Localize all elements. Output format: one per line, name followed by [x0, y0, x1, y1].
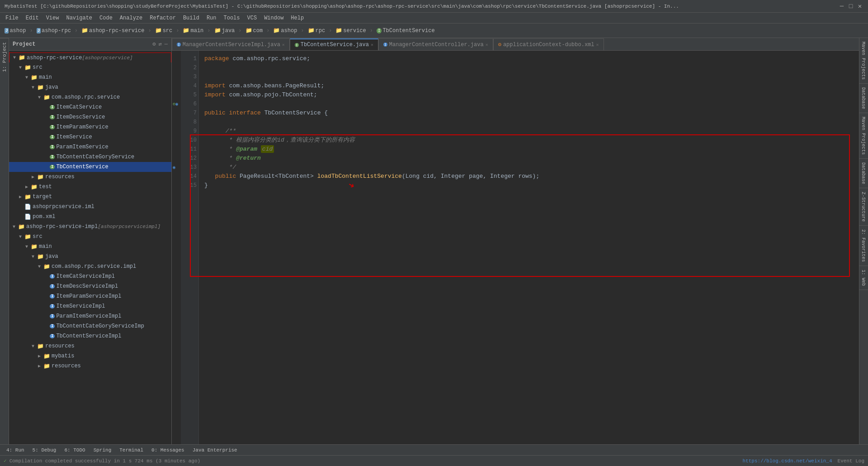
breadcrumb-ashoprpc[interactable]: J ashop-rpc — [35, 27, 73, 35]
breadcrumb-src[interactable]: 📁 src — [153, 26, 175, 35]
editor-area: I ManagerContentServiceImpl.java ✕I TbCo… — [172, 38, 859, 444]
gutter-4 — [173, 81, 180, 90]
tree-item-ashoprpcserviceimpl[interactable]: ▼📁ashop-rpc-service-impl [ashoprpcservic… — [9, 222, 171, 232]
breadcrumb-ashop[interactable]: 📁 ashop — [271, 26, 299, 35]
right-tab-1web[interactable]: 1: Web — [859, 266, 868, 290]
menu-run[interactable]: Run — [203, 14, 220, 22]
menu-navigate[interactable]: Navigate — [62, 14, 96, 22]
bottom-tab-run[interactable]: 4: Run — [3, 446, 28, 455]
tree-item-TbContentService[interactable]: ITbContentService — [9, 162, 171, 172]
right-tab-zstructure[interactable]: Z-Structure — [859, 188, 868, 226]
tab-TbContentServicejava[interactable]: I TbContentService.java ✕ — [290, 38, 378, 50]
tree-item-ItemCatServiceImpl[interactable]: IItemCatServiceImpl — [9, 271, 171, 281]
tree-item-main[interactable]: ▼📁main — [9, 72, 171, 82]
sidebar-tab-project[interactable]: 1: Project — [0, 38, 9, 76]
line-number-5: 5 — [183, 90, 197, 100]
tab-ManagerContentServiceImpljava[interactable]: I ManagerContentServiceImpl.java ✕ — [172, 38, 290, 50]
breadcrumb-sep-3: › — [176, 28, 179, 34]
bottom-tab-messages[interactable]: 0: Messages — [148, 446, 188, 455]
database-tab[interactable]: Database — [859, 84, 868, 113]
menu-file[interactable]: File — [2, 14, 22, 22]
tree-item-ItemServiceImpl[interactable]: IItemServiceImpl — [9, 301, 171, 311]
tree-item-ItemParamService[interactable]: IItemParamService — [9, 122, 171, 132]
tree-item-ashoprpcserviceiml[interactable]: 📄ashoprpcservice.iml — [9, 202, 171, 212]
tree-item-pomxml[interactable]: 📄pom.xml — [9, 212, 171, 222]
menu-analyze[interactable]: Analyze — [116, 14, 146, 22]
menu-help[interactable]: Help — [287, 14, 307, 22]
tree-item-resources[interactable]: ▼📁resources — [9, 341, 171, 351]
minimize-button[interactable]: ─ — [838, 3, 845, 10]
panel-expand-icon[interactable]: ⇄ — [159, 41, 162, 48]
tab-close-icon[interactable]: ✕ — [486, 42, 488, 48]
tree-item-ItemDescServiceImpl[interactable]: IItemDescServiceImpl — [9, 281, 171, 291]
panel-close-icon[interactable]: ─ — [165, 41, 168, 48]
bottom-tab-todo[interactable]: 6: TODO — [61, 446, 89, 455]
bottom-tab-java enterprise[interactable]: Java Enterprise — [189, 446, 241, 455]
menu-window[interactable]: Window — [260, 14, 287, 22]
right-tab-database[interactable]: Database — [859, 159, 868, 188]
menu-refactor[interactable]: Refactor — [146, 14, 179, 22]
panel-settings-icon[interactable]: ⚙ — [152, 41, 156, 48]
right-tab-2favorites[interactable]: 2: Favorites — [859, 226, 868, 266]
tree-item-TbContentCateGoryServiceImp[interactable]: ITbContentCateGoryServiceImp — [9, 321, 171, 331]
menu-tools[interactable]: Tools — [220, 14, 244, 22]
breadcrumb-tbcontentservice[interactable]: I TbContentService — [375, 27, 437, 35]
tree-item-resources[interactable]: ▶📁resources — [9, 361, 171, 371]
gutter-14 — [173, 172, 180, 181]
tree-item-ParamItemService[interactable]: IParamItemService — [9, 142, 171, 152]
tree-item-test[interactable]: ▶📁test — [9, 182, 171, 192]
tab-close-icon[interactable]: ✕ — [371, 42, 373, 48]
code-editor[interactable]: ⊕◉◉ 123456789101112131415 package com.as… — [172, 51, 859, 444]
tab-close-icon[interactable]: ✕ — [282, 42, 285, 48]
tree-item-ItemDescService[interactable]: IItemDescService — [9, 112, 171, 122]
tab-close-icon[interactable]: ✕ — [596, 42, 599, 48]
menu-edit[interactable]: Edit — [22, 14, 42, 22]
tree-item-ItemCatService[interactable]: IItemCatService — [9, 102, 171, 112]
menu-bar: FileEditViewNavigateCodeAnalyzeRefactorB… — [0, 13, 868, 24]
tree-item-resources[interactable]: ▶📁resources — [9, 172, 171, 182]
tab-applicationContextdubboxml[interactable]: ⚙ applicationContext-dubbo.xml ✕ — [493, 38, 604, 50]
breadcrumb-ashoprpcservice[interactable]: 📁 ashop-rpc-service — [80, 26, 146, 35]
tree-item-ItemService[interactable]: IItemService — [9, 132, 171, 142]
bottom-tab-terminal[interactable]: Terminal — [116, 446, 147, 455]
breadcrumb-service[interactable]: 📁 service — [334, 26, 368, 35]
tree-item-TbContentServiceImpl[interactable]: ITbContentServiceImpl — [9, 331, 171, 341]
gutter-2 — [173, 63, 180, 72]
code-content[interactable]: package com.ashop.rpc.service; import co… — [199, 51, 859, 444]
tree-item-main[interactable]: ▼📁main — [9, 242, 171, 252]
right-tab-mavenprojects[interactable]: Maven Projects — [859, 113, 868, 159]
tree-item-target[interactable]: ▶📁target — [9, 192, 171, 202]
menu-build[interactable]: Build — [179, 14, 203, 22]
tree-item-TbContentCateGoryService[interactable]: ITbContentCateGoryService — [9, 152, 171, 162]
breadcrumb-com[interactable]: 📁 com — [244, 26, 265, 35]
tab-ManagerContentControllerjava[interactable]: I ManagerContentController.java ✕ — [378, 38, 493, 50]
tree-item-java[interactable]: ▼📁java — [9, 252, 171, 262]
event-log[interactable]: Event Log — [838, 458, 864, 464]
breadcrumb-main[interactable]: 📁 main — [181, 26, 205, 35]
bottom-tab-debug[interactable]: 5: Debug — [29, 446, 60, 455]
tree-item-src[interactable]: ▼📁src — [9, 232, 171, 242]
bottom-tab-spring[interactable]: Spring — [90, 446, 115, 455]
tree-item-mybatis[interactable]: ▶📁mybatis — [9, 351, 171, 361]
line-number-15: 15 — [183, 181, 197, 190]
breadcrumb-ashop[interactable]: J ashop — [3, 27, 28, 35]
tree-item-ParamItemServiceImpl[interactable]: IParamItemServiceImpl — [9, 311, 171, 321]
tree-item-comashoprpcserviceimpl[interactable]: ▼📁com.ashop.rpc.service.impl — [9, 262, 171, 271]
maven-projects-tab[interactable]: Maven Projects — [859, 38, 868, 84]
close-button[interactable]: ✕ — [856, 3, 863, 10]
status-url[interactable]: https://blog.csdn.net/weixin_4 — [743, 458, 832, 464]
breadcrumb-sep-6: › — [266, 28, 269, 34]
gutter-6: ⊕◉ — [173, 100, 180, 109]
line-number-10: 10 — [183, 136, 197, 145]
menu-vcs[interactable]: VCS — [244, 14, 261, 22]
tree-item-java[interactable]: ▼📁java — [9, 82, 171, 92]
breadcrumb-rpc[interactable]: 📁 rpc — [306, 26, 327, 35]
menu-code[interactable]: Code — [96, 14, 116, 22]
tree-item-ItemParamServiceImpl[interactable]: IItemParamServiceImpl — [9, 291, 171, 301]
tree-item-ashoprpcservice[interactable]: ▼📁ashop-rpc-service [ashoprpcservice] — [9, 52, 171, 62]
tree-item-comashoprpcservice[interactable]: ▼📁com.ashop.rpc.service — [9, 92, 171, 102]
breadcrumb-java[interactable]: 📁 java — [212, 26, 237, 35]
maximize-button[interactable]: □ — [847, 3, 854, 10]
menu-view[interactable]: View — [42, 14, 63, 22]
tree-item-src[interactable]: ▼📁src — [9, 62, 171, 72]
